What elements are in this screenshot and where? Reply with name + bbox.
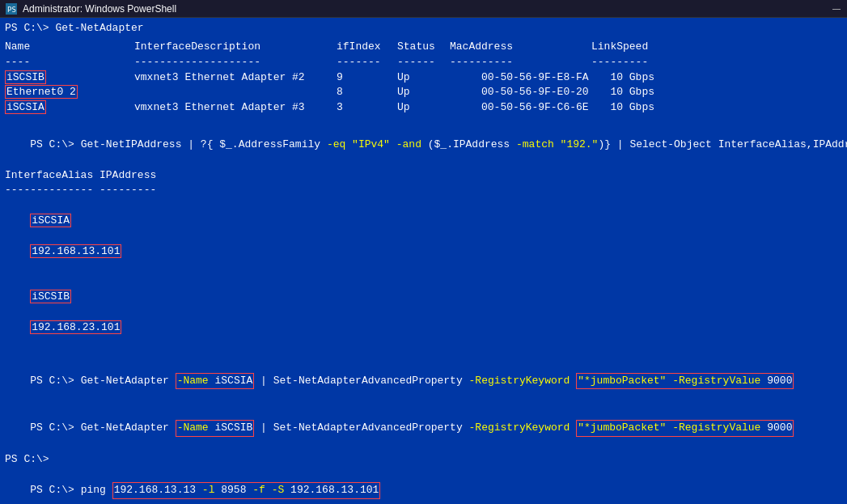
ethernet0-name-box: Ethernet0 2 (5, 85, 78, 99)
jumbo-a-box: "*jumboPacket" -RegistryValue 9000 (576, 373, 794, 390)
cmd-get-netadapter: PS C:\> Get-NetAdapter (5, 21, 842, 36)
cmd-getnetip: PS C:\> Get-NetIPAddress | ?{ $_.Address… (5, 122, 842, 168)
cmd-prompt-empty: PS C:\> (5, 452, 842, 468)
powershell-icon: PS (5, 2, 18, 15)
table-header: Name InterfaceDescription ifIndex Status… (5, 40, 842, 55)
window-title: Administrator: Windows PowerShell (23, 3, 826, 15)
alias-header: InterfaceAlias IPAddress (5, 168, 842, 184)
svg-text:PS: PS (7, 6, 16, 14)
iscsiA-name-box: iSCSIA (5, 100, 46, 114)
cmd-setadapter-b: PS C:\> Get-NetAdapter -Name iSCSIB | Se… (5, 404, 842, 452)
iscsia-ip-box: 192.168.13.101 (30, 244, 121, 258)
table-row-iscsiA: iSCSIA vmxnet3 Ethernet Adapter #3 3 Up … (5, 100, 842, 116)
alias-divider: -------------- --------- (5, 183, 842, 198)
minimize-button[interactable]: — (831, 3, 842, 15)
table-divider: ---- -------------------- ------- ------… (5, 55, 842, 70)
iscsib-alias-box: iSCSIB (30, 290, 71, 303)
alias-row-iscsib: iSCSIB 192.168.23.101 (5, 275, 842, 351)
table-row-iscsiB: iSCSIB vmxnet3 Ethernet Adapter #2 9 Up … (5, 70, 842, 86)
iscsia-alias-box: iSCSIA (30, 214, 71, 227)
name-iscsib-box: -Name iSCSIB (176, 420, 255, 437)
iscsiB-name-box: iSCSIB (5, 70, 46, 84)
cmd-ping1: PS C:\> ping 192.168.13.13 -l 8958 -f -S… (5, 468, 842, 504)
table-row-ethernet0: Ethernet0 2 8 Up 00-50-56-9F-E0-20 10 Gb… (5, 85, 842, 100)
jumbo-b-box: "*jumboPacket" -RegistryValue 9000 (576, 420, 794, 437)
alias-row-iscsia: iSCSIA 192.168.13.101 (5, 198, 842, 274)
terminal-body: PS C:\> Get-NetAdapter Name InterfaceDes… (0, 18, 847, 504)
cmd-setadapter-a: PS C:\> Get-NetAdapter -Name iSCSIA | Se… (5, 358, 842, 405)
iscsib-ip-box: 192.168.23.101 (30, 320, 121, 334)
name-iscsia-box: -Name iSCSIA (176, 373, 255, 390)
ping1-params-box: 192.168.13.13 -l 8958 -f -S 192.168.13.1… (112, 482, 381, 499)
window-controls[interactable]: — (831, 3, 842, 15)
titlebar: PS Administrator: Windows PowerShell — (0, 0, 847, 18)
